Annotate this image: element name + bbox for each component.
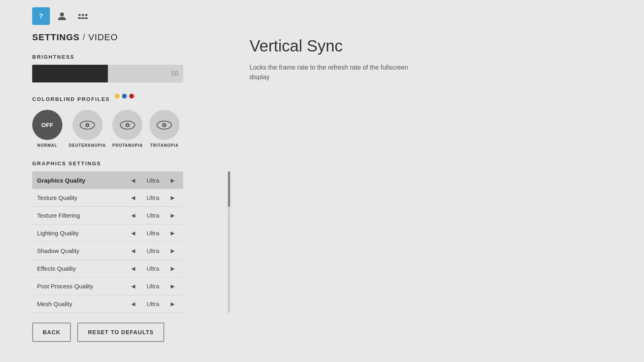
colorblind-options: OFF NORMAL DEUTERANOPIA	[32, 110, 225, 148]
colorblind-deuteranopia[interactable]: DEUTERANOPIA	[69, 110, 106, 148]
arrow-right-lighting-quality[interactable]: ▶	[167, 228, 178, 239]
title-light: VIDEO	[88, 32, 118, 42]
row-name-texture-quality: Texture Quality	[37, 194, 128, 201]
row-name-shadow-quality: Shadow Quality	[37, 247, 128, 254]
svg-point-11	[127, 124, 128, 126]
dot-red	[129, 94, 134, 99]
graphics-row-effects-quality[interactable]: Effects Quality ◀ Ultra ▶	[32, 260, 183, 278]
arrow-right-mesh-quality[interactable]: ▶	[167, 298, 178, 310]
arrow-right-texture-quality[interactable]: ▶	[167, 192, 178, 204]
colorblind-normal[interactable]: OFF NORMAL	[32, 110, 62, 148]
graphics-row-shadow-quality[interactable]: Shadow Quality ◀ Ultra ▶	[32, 242, 183, 260]
back-button[interactable]: BACK	[32, 323, 71, 342]
arrow-right-shadow-quality[interactable]: ▶	[167, 245, 178, 257]
colorblind-label: COLORBLIND PROFILES	[32, 96, 110, 102]
colorblind-protanopia[interactable]: PROTANOPIA	[112, 110, 143, 148]
svg-point-14	[163, 124, 165, 126]
scrollbar-track	[228, 171, 230, 313]
row-value-texture-quality: Ultra	[139, 194, 167, 201]
colorblind-dots	[115, 94, 134, 99]
arrow-left-graphics-quality[interactable]: ◀	[128, 175, 139, 186]
row-value-mesh-quality: Ultra	[139, 300, 167, 307]
arrow-left-mesh-quality[interactable]: ◀	[128, 298, 139, 310]
left-panel: SETTINGS / VIDEO BRIGHTNESS 50 COLORBLIN…	[32, 32, 225, 342]
svg-point-3	[78, 14, 81, 16]
dot-blue	[122, 94, 127, 99]
deuteranopia-label: DEUTERANOPIA	[69, 143, 106, 148]
arrow-right-graphics-quality[interactable]: ▶	[167, 175, 178, 186]
row-name-texture-filtering: Texture Filtering	[37, 212, 128, 219]
arrow-left-lighting-quality[interactable]: ◀	[128, 228, 139, 239]
graphics-row-texture-filtering[interactable]: Texture Filtering ◀ Ultra ▶	[32, 207, 183, 224]
graphics-section: GRAPHICS SETTINGS Graphics Quality ◀ Ult…	[32, 160, 225, 313]
graphics-row-lighting-quality[interactable]: Lighting Quality ◀ Ultra ▶	[32, 224, 183, 242]
row-value-shadow-quality: Ultra	[139, 247, 167, 254]
dot-yellow	[115, 94, 120, 99]
graphics-row-graphics-quality[interactable]: Graphics Quality ◀ Ultra ▶	[32, 171, 183, 189]
top-bar: ?	[0, 0, 644, 32]
bottom-buttons: BACK RESET TO DEFAULTS	[32, 323, 225, 342]
deuteranopia-btn	[72, 110, 103, 140]
arrow-left-effects-quality[interactable]: ◀	[128, 263, 139, 274]
tritanopia-btn	[149, 110, 180, 140]
info-title: Vertical Sync	[250, 36, 612, 56]
tritanopia-label: TRITANOPIA	[150, 143, 178, 148]
brightness-label: BRIGHTNESS	[32, 54, 225, 60]
graphics-label: GRAPHICS SETTINGS	[32, 160, 225, 167]
help-icon-btn[interactable]: ?	[32, 7, 50, 25]
user-icon-btn[interactable]	[53, 7, 71, 25]
title-slash: /	[83, 32, 88, 42]
svg-point-5	[85, 14, 88, 16]
svg-text:?: ?	[39, 13, 43, 20]
main-content: SETTINGS / VIDEO BRIGHTNESS 50 COLORBLIN…	[0, 32, 644, 342]
graphics-inner: Graphics Quality ◀ Ultra ▶ Texture Quali…	[32, 171, 183, 313]
protanopia-label: PROTANOPIA	[112, 143, 143, 148]
row-value-graphics-quality: Ultra	[139, 177, 167, 184]
row-name-graphics-quality: Graphics Quality	[37, 177, 128, 184]
arrow-right-effects-quality[interactable]: ▶	[167, 263, 178, 274]
row-name-mesh-quality: Mesh Quality	[37, 300, 128, 307]
row-value-lighting-quality: Ultra	[139, 230, 167, 237]
brightness-section: BRIGHTNESS 50	[32, 54, 225, 82]
reset-button[interactable]: RESET TO DEFAULTS	[77, 323, 164, 342]
protanopia-btn	[112, 110, 142, 140]
colorblind-tritanopia[interactable]: TRITANOPIA	[149, 110, 180, 148]
scrollbar-thumb[interactable]	[228, 171, 230, 207]
page-title: SETTINGS / VIDEO	[32, 32, 225, 43]
row-value-post-process-quality: Ultra	[139, 283, 167, 290]
normal-btn: OFF	[32, 110, 62, 140]
brightness-value: 50	[171, 70, 178, 77]
row-name-post-process-quality: Post Process Quality	[37, 283, 128, 290]
svg-point-8	[87, 124, 88, 126]
arrow-left-texture-filtering[interactable]: ◀	[128, 210, 139, 221]
arrow-right-post-process-quality[interactable]: ▶	[167, 281, 178, 292]
svg-point-2	[60, 12, 64, 16]
row-name-lighting-quality: Lighting Quality	[37, 230, 128, 237]
graphics-row-texture-quality[interactable]: Texture Quality ◀ Ultra ▶	[32, 189, 183, 207]
row-name-effects-quality: Effects Quality	[37, 265, 128, 272]
arrow-left-shadow-quality[interactable]: ◀	[128, 245, 139, 257]
normal-off-text: OFF	[41, 121, 54, 128]
arrow-left-post-process-quality[interactable]: ◀	[128, 281, 139, 292]
title-bold: SETTINGS	[32, 32, 80, 42]
arrow-left-texture-quality[interactable]: ◀	[128, 192, 139, 204]
graphics-row-post-process-quality[interactable]: Post Process Quality ◀ Ultra ▶	[32, 278, 183, 295]
info-description: Locks the frame rate to the refresh rate…	[250, 63, 411, 82]
right-panel: Vertical Sync Locks the frame rate to th…	[250, 32, 612, 342]
normal-label: NORMAL	[37, 143, 58, 148]
colorblind-section: COLORBLIND PROFILES OFF NORMAL	[32, 94, 225, 148]
brightness-bar[interactable]: 50	[32, 65, 183, 82]
svg-point-4	[82, 14, 84, 16]
row-value-texture-filtering: Ultra	[139, 212, 167, 219]
arrow-right-texture-filtering[interactable]: ▶	[167, 210, 178, 221]
row-value-effects-quality: Ultra	[139, 265, 167, 272]
group-icon-btn[interactable]	[74, 7, 92, 25]
graphics-table-wrap: Graphics Quality ◀ Ultra ▶ Texture Quali…	[32, 171, 225, 313]
graphics-row-mesh-quality[interactable]: Mesh Quality ◀ Ultra ▶	[32, 295, 183, 313]
brightness-fill	[32, 65, 108, 82]
